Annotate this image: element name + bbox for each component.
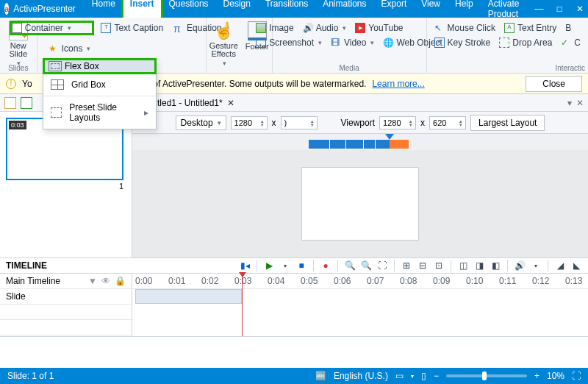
youtube-button[interactable]: ▶YouTube	[352, 21, 406, 35]
learn-more-link[interactable]: Learn more...	[372, 79, 424, 89]
zoom-value[interactable]: 10%	[547, 371, 564, 381]
layout-menu-icon[interactable]: ▾	[411, 373, 414, 380]
maximize-button[interactable]: □	[554, 4, 564, 14]
slide-box[interactable]	[301, 167, 419, 241]
app-title: ActivePresenter	[13, 4, 76, 14]
grid-box-item[interactable]: Grid Box	[43, 74, 156, 96]
close-doc-icon[interactable]: ✕	[227, 98, 234, 108]
canvas-toolbar: Desktop ▴▾ x ▴▾ Viewport ▴▾ x ▴▾ Largest…	[132, 112, 588, 134]
fit-screen-icon[interactable]: ⛶	[572, 371, 581, 381]
panel-close-icon[interactable]: ✕	[576, 98, 584, 108]
flex-box-icon	[49, 61, 62, 71]
pi-icon: π	[173, 23, 184, 33]
vol-menu-icon[interactable]: ▾	[530, 260, 542, 271]
flex-box-item[interactable]: Flex Box	[43, 59, 156, 74]
preset-layouts-item[interactable]: Preset Slide Layouts	[43, 96, 156, 129]
main-timeline-row[interactable]: Main Timeline ▼ 👁 🔒	[0, 274, 132, 289]
text-caption-icon: T	[101, 23, 111, 33]
vp-width-input[interactable]: ▴▾	[379, 116, 416, 129]
image-button[interactable]: Image	[253, 21, 296, 35]
tl-tool-1-icon[interactable]: ⊞	[401, 260, 412, 271]
screenshot-icon	[256, 38, 266, 48]
vp-height-input[interactable]: ▴▾	[429, 116, 466, 129]
canvas[interactable]	[132, 150, 588, 257]
globe-icon: 🌐	[383, 38, 393, 48]
container-button[interactable]: Container	[10, 21, 94, 35]
icons-button[interactable]: ★Icons	[46, 42, 94, 55]
container-icon	[12, 23, 22, 33]
lang-icon[interactable]: 🔤	[315, 371, 326, 381]
zoom-fit-icon[interactable]: ⛶	[376, 260, 388, 271]
text-caption-button[interactable]: TText Caption	[98, 21, 166, 35]
gesture-effects-button[interactable]: ☝ Gesture Effects	[207, 20, 241, 68]
slide-track-row[interactable]: Slide	[0, 289, 132, 305]
timeline-tracks: Main Timeline ▼ 👁 🔒 Slide	[0, 274, 132, 336]
skip-start-icon[interactable]: ▮◂	[239, 260, 251, 271]
play-menu-icon[interactable]: ▾	[279, 260, 291, 271]
height-input[interactable]: ▴▾	[281, 116, 318, 129]
cursor-icon: ↖	[434, 23, 445, 33]
interactions-section-label: Interactic	[427, 64, 588, 72]
info-close-button[interactable]: Close	[526, 76, 582, 92]
video-button[interactable]: 🎞Video	[328, 36, 377, 49]
b-button[interactable]: B	[562, 21, 574, 35]
canvas-area: Desktop ▴▾ x ▴▾ Viewport ▴▾ x ▴▾ Largest…	[132, 112, 588, 257]
youtube-icon: ▶	[355, 23, 365, 33]
tl-tool-7-icon[interactable]: ◢	[554, 260, 566, 271]
chevron-down-icon[interactable]: ▼	[88, 276, 97, 286]
key-stroke-button[interactable]: AKey Stroke	[431, 36, 494, 49]
tl-tool-8-icon[interactable]: ◣	[570, 260, 582, 271]
volume-icon[interactable]: 🔊	[514, 260, 526, 271]
ribbon: ✦ New Slide Slides Container ★Icons TTex…	[0, 18, 588, 74]
info-text: on of ActivePresenter. Some outputs will…	[141, 79, 367, 89]
drop-area-button[interactable]: Drop Area	[496, 36, 555, 49]
width-input[interactable]: ▴▾	[231, 116, 268, 129]
doc-icon-1[interactable]	[4, 97, 16, 109]
ruler-pointer-icon[interactable]	[385, 134, 394, 140]
minimize-button[interactable]: —	[534, 4, 544, 14]
c-button[interactable]: ✓C	[558, 36, 584, 49]
layout-1-icon[interactable]: ▭	[395, 371, 404, 381]
screenshot-button[interactable]: Screenshot	[253, 36, 325, 49]
eye-icon[interactable]: 👁	[101, 276, 110, 286]
largest-layout-button[interactable]: Largest Layout	[470, 115, 545, 131]
tl-tool-3-icon[interactable]: ⊡	[433, 260, 445, 271]
record-icon[interactable]: ●	[320, 260, 331, 271]
viewport-label: Viewport	[341, 118, 375, 128]
audio-button[interactable]: 🔊Audio	[300, 21, 350, 35]
timeline-canvas[interactable]: 0:00 0:01 0:02 0:03 0:04 0:05 0:06 0:07 …	[132, 274, 588, 336]
tl-tool-5-icon[interactable]: ◨	[473, 260, 485, 271]
close-window-button[interactable]: ✕	[575, 4, 585, 14]
zoom-thumb[interactable]	[482, 371, 487, 380]
check-icon: ✓	[561, 38, 571, 48]
tl-tool-4-icon[interactable]: ◫	[457, 260, 469, 271]
lock-icon[interactable]: 🔒	[115, 276, 126, 286]
playhead[interactable]	[242, 274, 243, 336]
status-bar: Slide: 1 of 1 🔤 English (U.S.) ▭ ▾ ▯ − +…	[0, 368, 588, 384]
stop-icon[interactable]: ■	[295, 260, 307, 271]
zoom-slider[interactable]	[446, 374, 527, 377]
timeline-title: TIMELINE	[6, 260, 47, 271]
timeline-ruler[interactable]: 0:00 0:01 0:02 0:03 0:04 0:05 0:06 0:07 …	[132, 274, 588, 289]
zoom-out-icon[interactable]: 🔍	[360, 260, 372, 271]
tl-tool-2-icon[interactable]: ⊟	[417, 260, 429, 271]
star-icon: ★	[49, 43, 59, 54]
zoom-out-btn[interactable]: −	[434, 371, 439, 381]
slide-segment[interactable]	[135, 289, 242, 304]
play-icon[interactable]: ▶	[263, 260, 275, 271]
panel-menu-icon[interactable]: ▾	[567, 98, 572, 108]
text-entry-button[interactable]: AText Entry	[501, 21, 559, 35]
slide-counter: Slide: 1 of 1	[7, 371, 54, 381]
work-area: 0:03 1 Desktop ▴▾ x ▴▾ Viewport ▴▾ x ▴▾ …	[0, 112, 588, 257]
document-tab[interactable]: titled1 - Untitled1* ✕	[147, 96, 240, 110]
doc-icon-2[interactable]	[21, 97, 32, 109]
breakpoint-ruler[interactable]	[132, 134, 588, 150]
device-select[interactable]: Desktop	[176, 115, 226, 130]
mouse-click-button[interactable]: ↖Mouse Click	[431, 21, 498, 35]
tl-tool-6-icon[interactable]: ◧	[490, 260, 501, 271]
thumb-time: 0:03	[9, 121, 26, 129]
zoom-in-btn[interactable]: +	[534, 371, 539, 381]
language-label[interactable]: English (U.S.)	[334, 371, 388, 381]
layout-2-icon[interactable]: ▯	[421, 371, 426, 381]
zoom-in-icon[interactable]: 🔍	[344, 260, 356, 271]
